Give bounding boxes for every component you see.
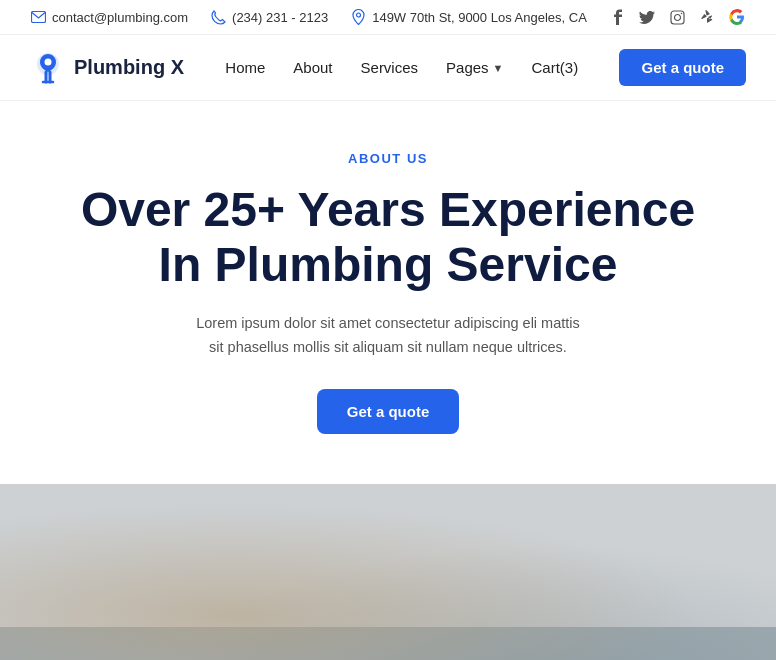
logo-text: Plumbing X — [74, 56, 184, 79]
svg-point-6 — [45, 58, 52, 65]
yelp-icon[interactable] — [698, 8, 716, 26]
google-icon[interactable] — [728, 8, 746, 26]
top-bar-left: contact@plumbing.com (234) 231 - 2123 14… — [30, 9, 587, 25]
instagram-icon[interactable] — [668, 8, 686, 26]
hero-section: ABOUT US Over 25+ Years Experience In Pl… — [0, 101, 776, 484]
phone-item: (234) 231 - 2123 — [210, 9, 328, 25]
location-icon — [350, 9, 366, 25]
hero-description: Lorem ipsum dolor sit amet consectetur a… — [188, 312, 588, 358]
email-icon — [30, 9, 46, 25]
nav-home[interactable]: Home — [225, 59, 265, 76]
hero-title: Over 25+ Years Experience In Plumbing Se… — [80, 182, 696, 292]
main-nav: Home About Services Pages ▼ Cart(3) — [225, 59, 578, 76]
photo-overlay — [0, 484, 776, 660]
address-item: 149W 70th St, 9000 Los Angeles, CA — [350, 9, 587, 25]
hero-cta-button[interactable]: Get a quote — [317, 389, 460, 434]
hero-label: ABOUT US — [80, 151, 696, 166]
nav-pages-label: Pages — [446, 59, 489, 76]
nav-about[interactable]: About — [293, 59, 332, 76]
header: Plumbing X Home About Services Pages ▼ C… — [0, 35, 776, 101]
facebook-icon[interactable] — [608, 8, 626, 26]
nav-services[interactable]: Services — [361, 59, 419, 76]
nav-pages[interactable]: Pages ▼ — [446, 59, 503, 76]
top-bar: contact@plumbing.com (234) 231 - 2123 14… — [0, 0, 776, 35]
hero-title-line1: Over 25+ Years Experience — [81, 183, 695, 236]
email-text: contact@plumbing.com — [52, 10, 188, 25]
logo[interactable]: Plumbing X — [30, 50, 184, 86]
nav-cart[interactable]: Cart(3) — [532, 59, 579, 76]
svg-point-4 — [680, 12, 682, 14]
svg-point-3 — [674, 14, 680, 20]
hero-image — [0, 484, 776, 660]
phone-icon — [210, 9, 226, 25]
plumber-scene — [0, 484, 776, 660]
chevron-down-icon: ▼ — [493, 62, 504, 74]
social-links — [608, 8, 746, 26]
get-quote-button[interactable]: Get a quote — [619, 49, 746, 86]
svg-point-1 — [356, 13, 360, 17]
twitter-icon[interactable] — [638, 8, 656, 26]
email-item: contact@plumbing.com — [30, 9, 188, 25]
address-text: 149W 70th St, 9000 Los Angeles, CA — [372, 10, 587, 25]
phone-text: (234) 231 - 2123 — [232, 10, 328, 25]
hero-title-line2: In Plumbing Service — [159, 238, 618, 291]
